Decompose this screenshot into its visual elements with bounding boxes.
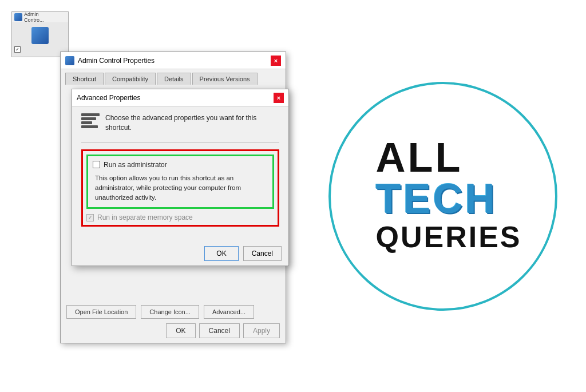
run-as-admin-label: Run as administrator	[104, 161, 167, 169]
advanced-button[interactable]: Advanced...	[204, 305, 254, 319]
outer-dialog-action-buttons: Open File Location Change Icon... Advanc…	[66, 305, 280, 319]
inner-dialog-footer: OK Cancel	[72, 241, 288, 266]
bg-icon-large	[31, 27, 49, 44]
inner-dialog-titlebar: Advanced Properties ×	[72, 89, 288, 106]
run-separate-memory-row: Run in separate memory space	[86, 213, 274, 221]
background-window-hint: AdminContro...	[11, 11, 69, 57]
outer-ok-button[interactable]: OK	[166, 323, 195, 338]
separator	[81, 142, 279, 142]
bg-checkbox	[14, 46, 21, 53]
bg-checkbox-row	[14, 46, 66, 53]
inner-dialog-title: Advanced Properties	[77, 94, 270, 102]
tab-details[interactable]: Details	[157, 73, 191, 85]
outer-dialog-bottom-buttons: OK Cancel Apply	[166, 323, 280, 338]
inner-dialog-close-button[interactable]: ×	[274, 93, 284, 103]
run-as-admin-checkbox[interactable]	[93, 161, 100, 168]
outer-dialog-close-button[interactable]: ×	[271, 56, 281, 66]
tab-compatibility[interactable]: Compatibility	[105, 73, 156, 85]
open-file-location-button[interactable]: Open File Location	[66, 305, 136, 319]
inner-header-description: Choose the advanced properties you want …	[105, 113, 279, 133]
run-as-admin-description: This option allows you to run this short…	[93, 173, 268, 203]
logo-circle	[328, 82, 557, 311]
bg-window-icon	[14, 13, 22, 21]
red-highlight-box: Run as administrator This option allows …	[81, 149, 279, 227]
props-icon-line-2	[81, 117, 96, 120]
tab-shortcut[interactable]: Shortcut	[65, 73, 104, 85]
inner-ok-button[interactable]: OK	[204, 246, 238, 261]
brand-logo: ALL TECH QUERIES	[323, 76, 563, 316]
run-separate-memory-checkbox[interactable]	[86, 214, 94, 221]
inner-header-row: Choose the advanced properties you want …	[81, 113, 279, 133]
change-icon-button[interactable]: Change Icon...	[141, 305, 199, 319]
bg-window-titlebar: AdminContro...	[12, 12, 68, 22]
advanced-properties-dialog: Advanced Properties × Choose the advance…	[72, 89, 289, 266]
outer-dialog-title: Admin Control Properties	[78, 57, 267, 65]
green-highlight-box: Run as administrator This option allows …	[86, 155, 274, 209]
properties-icon	[81, 113, 100, 132]
outer-dialog-tabs: Shortcut Compatibility Details Previous …	[61, 69, 286, 85]
props-icon-line-3	[81, 121, 92, 124]
outer-dialog-titlebar: Admin Control Properties ×	[61, 52, 286, 69]
outer-apply-button[interactable]: Apply	[243, 323, 280, 338]
tab-previous-versions[interactable]: Previous Versions	[192, 73, 258, 85]
inner-dialog-body: Choose the advanced properties you want …	[72, 106, 288, 239]
run-as-admin-row: Run as administrator	[93, 161, 268, 169]
outer-dialog-icon	[65, 56, 74, 65]
props-icon-line-1	[81, 113, 100, 116]
outer-cancel-button[interactable]: Cancel	[199, 323, 240, 338]
bg-window-title: AdminContro...	[24, 11, 44, 23]
inner-cancel-button[interactable]: Cancel	[243, 246, 282, 261]
run-separate-memory-label: Run in separate memory space	[97, 213, 193, 221]
props-icon-line-4	[81, 125, 98, 128]
